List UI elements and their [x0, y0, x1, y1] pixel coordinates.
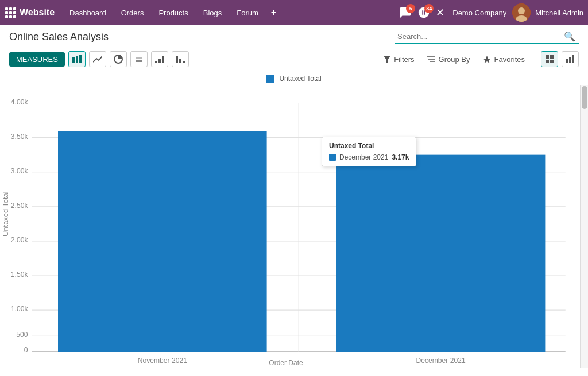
svg-rect-30 [550, 55, 554, 59]
svg-rect-13 [76, 56, 78, 63]
svg-text:500: 500 [16, 331, 28, 339]
bar-november[interactable] [58, 131, 267, 352]
bar-view-button[interactable] [562, 51, 579, 67]
svg-rect-12 [72, 57, 75, 63]
vertical-scrollbar[interactable] [580, 85, 588, 368]
company-name[interactable]: Demo Company [452, 9, 506, 17]
svg-rect-31 [546, 60, 549, 63]
bar-chart-button[interactable] [68, 51, 86, 67]
svg-rect-16 [136, 60, 142, 62]
chart-svg: 4.00k 3.50k 3.00k 2.50k 2.00k 1.50k 1.00… [0, 91, 580, 368]
svg-rect-21 [176, 56, 178, 63]
svg-rect-2 [13, 7, 16, 10]
nav-forum[interactable]: Forum [230, 0, 265, 25]
top-navigation: Website Dashboard Orders Products Blogs … [0, 0, 588, 25]
svg-rect-1 [9, 7, 12, 10]
svg-rect-18 [155, 61, 157, 63]
filters-button[interactable]: Filters [379, 53, 419, 66]
chart-inner: 4.00k 3.50k 3.00k 2.50k 2.00k 1.50k 1.00… [0, 85, 588, 368]
toolbar: MEASURES Filters Group By Favorites [0, 49, 588, 72]
page-title: Online Sales Analysis [9, 31, 109, 43]
messages-icon-button[interactable]: 5 [399, 6, 412, 19]
grid-view-button[interactable] [541, 51, 558, 67]
chart-svg-wrapper: 4.00k 3.50k 3.00k 2.50k 2.00k 1.50k 1.00… [0, 91, 580, 368]
svg-text:0: 0 [24, 346, 28, 354]
svg-text:3.50k: 3.50k [11, 132, 28, 140]
legend-label: Untaxed Total [279, 75, 321, 83]
svg-text:1.00k: 1.00k [11, 305, 28, 313]
svg-rect-32 [550, 60, 554, 63]
svg-rect-7 [9, 15, 12, 18]
svg-text:4.00k: 4.00k [11, 98, 28, 106]
app-grid-icon[interactable] [5, 7, 16, 18]
add-menu-button[interactable]: + [266, 7, 281, 18]
group-by-button[interactable]: Group By [423, 53, 475, 66]
chart-legend: Untaxed Total [0, 72, 588, 85]
svg-rect-29 [546, 55, 549, 59]
svg-rect-4 [9, 11, 12, 14]
svg-rect-33 [566, 59, 568, 63]
x-axis-label: Order Date [0, 359, 572, 367]
svg-text:3.00k: 3.00k [11, 166, 28, 175]
search-icon[interactable]: 🔍 [564, 31, 575, 42]
svg-rect-6 [5, 15, 8, 18]
svg-rect-0 [5, 7, 8, 10]
svg-rect-5 [13, 11, 16, 14]
favorites-button[interactable]: Favorites [478, 53, 529, 66]
svg-rect-23 [183, 61, 185, 63]
scrollbar-thumb[interactable] [582, 86, 587, 109]
svg-rect-34 [569, 57, 571, 63]
avatar[interactable] [512, 3, 531, 22]
nav-blogs[interactable]: Blogs [196, 0, 229, 25]
user-name[interactable]: Mitchell Admin [535, 9, 583, 17]
svg-rect-20 [162, 56, 164, 63]
svg-rect-8 [13, 15, 16, 18]
legend-color-swatch [266, 75, 274, 83]
search-bar: 🔍 [395, 30, 579, 44]
svg-marker-24 [384, 56, 390, 63]
close-icon-button[interactable]: ✕ [436, 6, 444, 19]
messages-badge: 5 [406, 4, 415, 13]
svg-rect-22 [179, 59, 181, 63]
svg-rect-35 [572, 55, 574, 63]
brand-name: Website [20, 7, 55, 18]
svg-text:2.00k: 2.00k [11, 236, 28, 244]
svg-rect-17 [136, 57, 142, 59]
svg-rect-3 [5, 11, 8, 14]
stacked-chart-button[interactable] [130, 51, 148, 67]
nav-dashboard[interactable]: Dashboard [63, 0, 113, 25]
subheader: Online Sales Analysis 🔍 [0, 25, 588, 49]
ascending-sort-button[interactable] [151, 51, 168, 67]
descending-sort-button[interactable] [172, 51, 189, 67]
activities-icon-button[interactable]: 34 [417, 6, 430, 19]
line-chart-button[interactable] [89, 51, 106, 67]
nav-products[interactable]: Products [152, 0, 195, 25]
pie-chart-button[interactable] [110, 51, 127, 67]
search-input[interactable] [397, 32, 564, 41]
chart-container: Untaxed Total 4.00k 3.50k 3.00k 2.50k 2.… [0, 72, 588, 368]
svg-marker-28 [483, 56, 491, 63]
svg-text:1.50k: 1.50k [11, 270, 28, 278]
svg-text:Untaxed Total: Untaxed Total [2, 191, 10, 236]
svg-rect-19 [158, 59, 161, 63]
svg-point-10 [518, 7, 525, 14]
bar-december[interactable] [336, 155, 546, 352]
measures-button[interactable]: MEASURES [9, 52, 65, 67]
activities-badge: 34 [424, 4, 434, 13]
svg-rect-14 [79, 55, 82, 63]
nav-orders[interactable]: Orders [114, 0, 151, 25]
svg-text:2.50k: 2.50k [11, 201, 28, 210]
